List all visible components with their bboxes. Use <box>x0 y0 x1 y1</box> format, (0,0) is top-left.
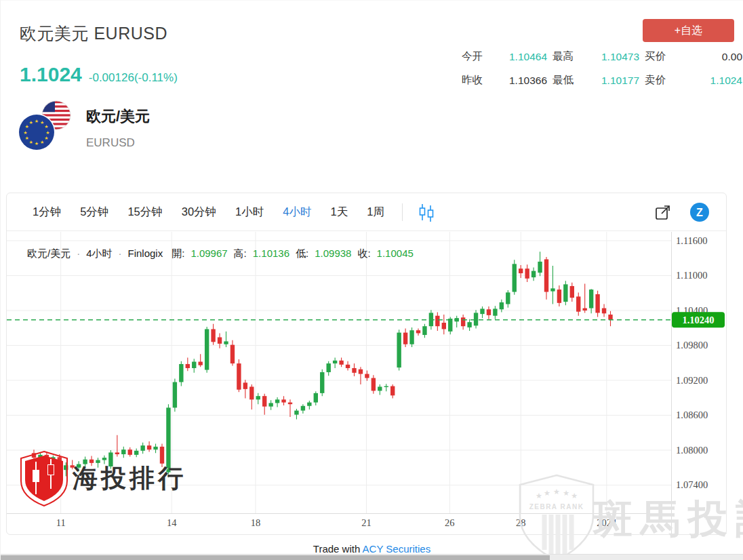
svg-text:★: ★ <box>25 124 29 129</box>
tab-1天[interactable]: 1天 <box>330 205 348 220</box>
tab-4小时[interactable]: 4小时 <box>283 205 311 220</box>
stats-grid: 今开1.10464最高1.10473买价0.00昨收1.10366最低1.101… <box>462 49 742 87</box>
legend-high-value: 1.10136 <box>253 247 289 259</box>
legend-open-label: 開: <box>172 247 184 260</box>
svg-text:1.08600: 1.08600 <box>676 409 708 420</box>
finlogix-logo-icon[interactable]: Z <box>689 202 710 222</box>
legend-low-label: 低: <box>296 247 308 260</box>
stat-label: 卖价 <box>645 73 669 87</box>
svg-text:Z: Z <box>696 207 703 218</box>
stat-value: 0.00 <box>675 51 742 63</box>
stat-label: 今开 <box>462 49 485 64</box>
tab-1周[interactable]: 1周 <box>367 205 384 220</box>
svg-text:★: ★ <box>44 124 48 129</box>
footer-prefix: Trade with <box>313 543 363 555</box>
svg-text:14: 14 <box>167 517 177 528</box>
svg-text:2024: 2024 <box>597 517 617 528</box>
tab-15分钟[interactable]: 15分钟 <box>127 205 162 220</box>
stat-label: 最低 <box>553 73 576 87</box>
stat-value: 1.10177 <box>581 75 639 87</box>
svg-text:1.11000: 1.11000 <box>676 270 708 281</box>
candles <box>32 252 613 477</box>
svg-text:1.10240: 1.10240 <box>682 315 714 325</box>
stat-value: 1.10366 <box>490 75 547 87</box>
svg-text:1.11600: 1.11600 <box>676 235 708 246</box>
svg-text:26: 26 <box>445 517 455 528</box>
page: 欧元美元 EURUSD 1.1024 -0.00126(-0.11%) +自选 … <box>0 0 743 560</box>
tab-5分钟[interactable]: 5分钟 <box>80 205 108 220</box>
stat-value: 1.1024 <box>675 75 742 87</box>
stat-label: 最高 <box>553 49 576 64</box>
svg-text:★: ★ <box>35 119 39 123</box>
pair-name: 欧元/美元 <box>86 106 150 127</box>
pair-code: EURUSD <box>86 136 135 150</box>
chart-legend: 欧元/美元 · 4小时 · Finlogix 開: 1.09967 高: 1.1… <box>27 247 414 260</box>
external-link-icon[interactable] <box>654 203 672 221</box>
candlestick-style-icon[interactable] <box>418 203 435 222</box>
legend-high-label: 高: <box>234 247 247 260</box>
add-favorite-button[interactable]: +自选 <box>643 19 734 42</box>
legend-pair: 欧元/美元 <box>27 247 71 260</box>
current-price: 1.1024 <box>20 63 82 86</box>
svg-text:1.09200: 1.09200 <box>676 375 708 386</box>
svg-text:★: ★ <box>44 136 48 140</box>
svg-text:★: ★ <box>25 136 29 140</box>
price-row: 1.1024 -0.00126(-0.11%) <box>20 63 178 86</box>
svg-text:★: ★ <box>29 140 33 144</box>
svg-text:1.09800: 1.09800 <box>676 340 708 351</box>
stat-value: 1.10473 <box>581 51 639 63</box>
toolbar-right: Z <box>654 202 710 222</box>
pair-flags-icon: ★★★★★★★★★★★★ <box>18 100 74 151</box>
scrollbar-thumb[interactable] <box>1 555 550 560</box>
stat-label: 买价 <box>645 49 669 64</box>
tab-1分钟[interactable]: 1分钟 <box>33 205 61 220</box>
acy-securities-link[interactable]: ACY Securities <box>363 543 431 555</box>
stat-value: 1.10464 <box>490 51 547 63</box>
stat-label: 昨收 <box>462 73 485 87</box>
page-title: 欧元美元 EURUSD <box>20 22 167 45</box>
chart-toolbar: 1分钟5分钟15分钟30分钟1小时4小时1天1周 Z <box>7 193 726 231</box>
svg-text:1.08000: 1.08000 <box>676 445 708 456</box>
price-change: -0.00126(-0.11%) <box>89 71 178 85</box>
footer: Trade with ACY Securities <box>1 543 743 555</box>
legend-interval: 4小时 <box>86 247 112 260</box>
svg-text:★: ★ <box>29 120 33 125</box>
legend-open-value: 1.09967 <box>190 247 227 259</box>
svg-text:★: ★ <box>40 140 44 144</box>
svg-text:11: 11 <box>56 517 66 528</box>
svg-text:21: 21 <box>361 517 372 528</box>
svg-text:28: 28 <box>516 517 526 528</box>
timeframe-tabs: 1分钟5分钟15分钟30分钟1小时4小时1天1周 <box>33 205 384 220</box>
horizontal-scrollbar[interactable] <box>1 554 743 560</box>
toolbar-divider <box>402 203 403 221</box>
svg-text:1.07400: 1.07400 <box>676 479 708 490</box>
candlestick-chart[interactable]: 1.116001.110001.104001.098001.092001.086… <box>7 232 726 535</box>
svg-text:★: ★ <box>45 130 49 135</box>
svg-text:★: ★ <box>23 130 27 135</box>
tab-1小时[interactable]: 1小时 <box>235 205 264 220</box>
legend-close-label: 收: <box>357 247 370 260</box>
svg-text:18: 18 <box>251 517 261 528</box>
legend-close-value: 1.10045 <box>377 247 414 259</box>
legend-low-value: 1.09938 <box>315 247 351 259</box>
chart-card: 1分钟5分钟15分钟30分钟1小时4小时1天1周 Z 1. <box>6 193 727 535</box>
svg-text:★: ★ <box>35 141 39 146</box>
legend-provider: Finlogix <box>128 247 163 259</box>
tab-30分钟[interactable]: 30分钟 <box>182 205 216 220</box>
